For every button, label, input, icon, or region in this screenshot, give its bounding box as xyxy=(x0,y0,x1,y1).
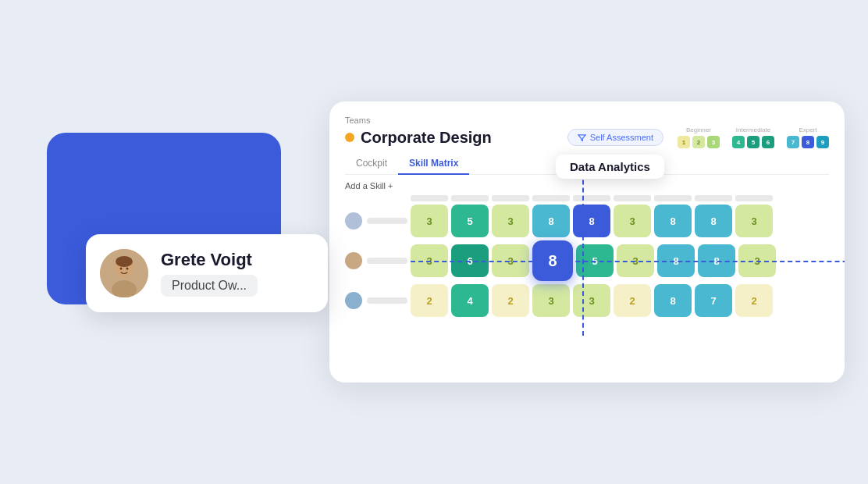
matrix-cell: 3 xyxy=(573,284,610,317)
legend-area: Beginner 1 2 3 Intermediate 4 5 6 xyxy=(678,126,829,148)
team-title: Corporate Design xyxy=(345,129,492,147)
row-label xyxy=(345,292,407,309)
team-dot xyxy=(345,133,354,142)
matrix-cell: 4 xyxy=(451,284,489,317)
add-skill-row: Add a Skill + xyxy=(345,181,829,190)
row-avatar xyxy=(345,252,362,269)
filter-icon xyxy=(578,133,586,142)
profile-card: Grete Voigt Product Ow... xyxy=(86,234,328,312)
svg-point-5 xyxy=(126,268,129,270)
matrix-cell: 3 xyxy=(492,205,529,237)
col-header xyxy=(735,195,773,201)
matrix-cell: 3 xyxy=(411,244,448,277)
matrix-wrapper: 3 5 3 8 8 3 8 8 3 3 6 3 8 5 3 8 8 3 xyxy=(345,195,829,317)
col-header xyxy=(573,195,610,201)
filter-badge[interactable]: Self Assessment xyxy=(567,129,663,146)
matrix-row: 3 6 3 8 5 3 8 8 3 xyxy=(345,240,829,281)
add-skill-button[interactable]: Add a Skill + xyxy=(345,181,393,190)
matrix-cell: 7 xyxy=(695,284,732,317)
row-label xyxy=(345,252,407,269)
matrix-cell: 8 xyxy=(695,205,732,237)
matrix-cell: 3 xyxy=(617,244,654,277)
matrix-row: 2 4 2 3 3 2 8 7 2 xyxy=(345,284,829,317)
dashboard-panel: Teams Corporate Design Self Assessment B… xyxy=(329,101,845,383)
profile-info: Grete Voigt Product Ow... xyxy=(161,250,258,297)
filter-label: Self Assessment xyxy=(590,133,653,142)
matrix-cell: 8 xyxy=(654,284,692,317)
col-header xyxy=(492,195,529,201)
row-avatar xyxy=(345,212,362,230)
matrix-cell: 2 xyxy=(411,284,448,317)
matrix-cell: 8 xyxy=(573,205,610,237)
avatar xyxy=(100,249,148,297)
matrix-cell: 2 xyxy=(735,284,773,317)
row-label xyxy=(345,212,407,230)
profile-role: Product Ow... xyxy=(161,275,258,297)
legend-beginner: Beginner 1 2 3 xyxy=(678,126,720,148)
col-header xyxy=(695,195,732,201)
col-header xyxy=(451,195,489,201)
matrix-cell: 3 xyxy=(735,205,773,237)
data-analytics-tooltip: Data Analytics xyxy=(556,155,664,179)
matrix-cell: 2 xyxy=(614,284,651,317)
col-header xyxy=(411,195,448,201)
tab-cockpit[interactable]: Cockpit xyxy=(345,153,398,175)
matrix-cell: 3 xyxy=(738,244,776,277)
matrix-cell: 8 xyxy=(532,205,570,237)
matrix-cell: 3 xyxy=(532,284,570,317)
row-name-placeholder xyxy=(367,297,407,304)
row-name-placeholder xyxy=(367,258,407,264)
matrix-cell-highlighted: 8 xyxy=(532,240,573,281)
matrix-cell: 2 xyxy=(492,284,529,317)
team-name: Corporate Design xyxy=(361,129,492,147)
matrix-cell: 6 xyxy=(451,244,489,277)
col-header xyxy=(654,195,692,201)
matrix-row: 3 5 3 8 8 3 8 8 3 xyxy=(345,205,829,237)
matrix-cell: 8 xyxy=(654,205,692,237)
matrix-cell: 3 xyxy=(411,205,448,237)
profile-name: Grete Voigt xyxy=(161,250,258,270)
teams-label: Teams xyxy=(345,116,829,125)
legend-intermediate: Intermediate 4 5 6 xyxy=(732,126,774,148)
panel-header: Corporate Design Self Assessment Beginne… xyxy=(345,126,829,148)
tab-skill-matrix[interactable]: Skill Matrix xyxy=(398,153,469,175)
col-header xyxy=(614,195,651,201)
row-name-placeholder xyxy=(367,218,407,224)
matrix-cell: 5 xyxy=(576,244,614,277)
matrix-cell: 8 xyxy=(657,244,695,277)
svg-point-4 xyxy=(120,268,123,270)
row-avatar xyxy=(345,292,362,309)
matrix-cell: 5 xyxy=(451,205,489,237)
matrix-cell: 3 xyxy=(492,244,529,277)
matrix-cell: 8 xyxy=(698,244,735,277)
matrix-cell: 3 xyxy=(614,205,651,237)
svg-point-3 xyxy=(116,256,133,267)
legend-expert: Expert 7 8 9 xyxy=(787,126,829,148)
